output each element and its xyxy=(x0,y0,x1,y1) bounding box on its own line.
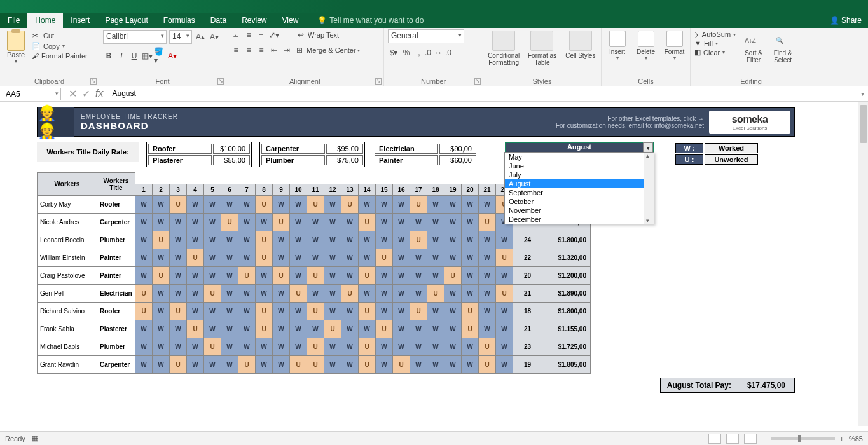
rate-name[interactable]: Plumber xyxy=(261,155,325,165)
align-center-icon[interactable]: ≡ xyxy=(243,44,254,56)
day-cell[interactable]: W xyxy=(187,267,204,285)
day-cell[interactable]: W xyxy=(221,320,238,338)
day-cell[interactable]: W xyxy=(238,320,256,338)
indent-inc-icon[interactable]: ⇥ xyxy=(281,44,293,56)
align-left-icon[interactable]: ≡ xyxy=(230,44,242,56)
worker-title-cell[interactable]: Plasterer xyxy=(97,320,135,338)
macro-icon[interactable]: ▦ xyxy=(32,434,38,442)
zoom-in-icon[interactable]: + xyxy=(840,435,844,442)
day-cell[interactable]: U xyxy=(496,285,513,303)
page-layout-view-button[interactable] xyxy=(726,434,739,444)
day-cell[interactable]: U xyxy=(307,196,324,214)
day-cell[interactable]: W xyxy=(221,356,238,374)
day-cell[interactable]: W xyxy=(376,338,393,356)
day-cell[interactable]: U xyxy=(273,267,290,285)
day-cell[interactable]: W xyxy=(496,320,513,338)
worker-title-cell[interactable]: Roofer xyxy=(97,196,135,214)
day-cell[interactable]: W xyxy=(341,303,359,320)
day-cell[interactable]: W xyxy=(376,267,393,285)
day-cell[interactable]: W xyxy=(170,320,187,338)
font-name-combo[interactable]: Calibri xyxy=(103,30,167,44)
tab-file[interactable]: File xyxy=(0,13,27,28)
day-cell[interactable]: W xyxy=(462,196,479,214)
tab-data[interactable]: Data xyxy=(203,13,234,28)
day-cell[interactable]: U xyxy=(479,214,496,231)
day-cell[interactable]: W xyxy=(324,267,341,285)
day-cell[interactable]: W xyxy=(341,320,359,338)
day-cell[interactable]: W xyxy=(393,214,410,231)
day-cell[interactable]: W xyxy=(376,214,393,231)
day-cell[interactable]: W xyxy=(359,249,376,267)
day-cell[interactable]: W xyxy=(153,320,170,338)
month-option[interactable]: August xyxy=(505,179,654,188)
day-cell[interactable]: W xyxy=(170,214,187,231)
enter-formula-icon[interactable]: ✓ xyxy=(82,88,90,100)
day-cell[interactable]: U xyxy=(444,267,462,285)
day-cell[interactable]: W xyxy=(290,231,307,249)
day-cell[interactable]: U xyxy=(290,356,307,374)
day-cell[interactable]: W xyxy=(153,285,170,303)
rate-value[interactable]: $90,00 xyxy=(439,144,476,154)
day-cell[interactable]: W xyxy=(221,196,238,214)
day-cell[interactable]: W xyxy=(221,285,238,303)
day-cell[interactable]: W xyxy=(479,303,496,320)
worker-title-cell[interactable]: Carpenter xyxy=(97,356,135,374)
day-cell[interactable]: W xyxy=(479,285,496,303)
day-cell[interactable]: U xyxy=(324,320,341,338)
day-cell[interactable]: W xyxy=(170,231,187,249)
day-cell[interactable]: W xyxy=(444,320,462,338)
day-cell[interactable]: U xyxy=(238,356,256,374)
day-cell[interactable]: W xyxy=(273,303,290,320)
day-cell[interactable]: W xyxy=(204,196,221,214)
day-cell[interactable]: W xyxy=(187,231,204,249)
day-cell[interactable]: W xyxy=(221,303,238,320)
format-cells-button[interactable]: Format▾ xyxy=(663,31,686,61)
day-cell[interactable]: W xyxy=(204,249,221,267)
day-cell[interactable]: W xyxy=(359,196,376,214)
day-cell[interactable]: W xyxy=(496,356,513,374)
day-cell[interactable]: W xyxy=(187,285,204,303)
align-top-icon[interactable]: ⫠ xyxy=(230,29,242,41)
worker-name-cell[interactable]: Frank Sabia xyxy=(38,320,97,338)
day-cell[interactable]: U xyxy=(307,267,324,285)
alignment-dialog-icon[interactable]: ↘ xyxy=(375,78,382,85)
day-cell[interactable]: U xyxy=(256,231,273,249)
orientation-icon[interactable]: ⤢▾ xyxy=(268,29,280,41)
day-cell[interactable]: U xyxy=(376,320,393,338)
day-cell[interactable]: W xyxy=(153,356,170,374)
normal-view-button[interactable] xyxy=(708,434,721,444)
day-cell[interactable]: W xyxy=(393,196,410,214)
paste-button[interactable]: Paste ▾ xyxy=(4,29,28,74)
day-cell[interactable]: U xyxy=(479,338,496,356)
conditional-formatting-button[interactable]: Conditional Formatting xyxy=(487,31,520,66)
month-option[interactable]: September xyxy=(505,188,654,197)
day-cell[interactable]: W xyxy=(479,196,496,214)
day-cell[interactable]: W xyxy=(273,356,290,374)
worker-name-cell[interactable]: Michael Bapis xyxy=(38,338,97,356)
day-cell[interactable]: W xyxy=(324,356,341,374)
day-cell[interactable]: W xyxy=(135,196,153,214)
other-templates-link[interactable]: For other Excel templates, click → xyxy=(556,115,704,122)
merge-center-button[interactable]: Merge & Center xyxy=(307,46,356,54)
day-cell[interactable]: W xyxy=(324,338,341,356)
rate-name[interactable]: Roofer xyxy=(148,144,212,154)
day-cell[interactable]: W xyxy=(479,249,496,267)
day-cell[interactable]: U xyxy=(256,196,273,214)
worker-name-cell[interactable]: Richard Salvino xyxy=(38,303,97,320)
day-cell[interactable]: W xyxy=(359,231,376,249)
day-cell[interactable]: W xyxy=(135,356,153,374)
day-cell[interactable]: W xyxy=(444,303,462,320)
day-cell[interactable]: W xyxy=(341,249,359,267)
day-cell[interactable]: W xyxy=(393,303,410,320)
worksheet-area[interactable]: 👷👷 EMPLOYEE TIME TRACKER DASHBOARD For o… xyxy=(0,102,868,426)
day-cell[interactable]: U xyxy=(135,285,153,303)
day-cell[interactable]: W xyxy=(462,249,479,267)
day-cell[interactable]: W xyxy=(427,356,444,374)
day-cell[interactable]: W xyxy=(324,196,341,214)
formula-input[interactable]: August xyxy=(108,88,857,100)
day-cell[interactable]: W xyxy=(238,303,256,320)
day-cell[interactable]: W xyxy=(324,303,341,320)
indent-dec-icon[interactable]: ⇤ xyxy=(268,44,280,56)
day-cell[interactable]: W xyxy=(135,320,153,338)
worker-name-cell[interactable]: William Einstein xyxy=(38,249,97,267)
